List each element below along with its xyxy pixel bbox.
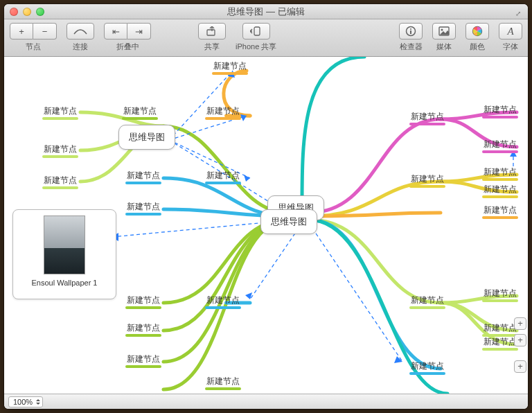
toolbar-label-iphone: iPhone 共享 [236,42,276,52]
add-child-button[interactable]: + [514,334,526,346]
remove-node-button[interactable]: − [33,23,57,39]
font-button[interactable]: A [499,23,522,39]
toolbar-label-node: 节点 [26,42,41,52]
mindmap-node[interactable]: 新建节点 [482,204,518,218]
image-thumbnail [44,216,85,274]
svg-rect-1 [254,27,260,35]
close-icon[interactable] [10,8,18,16]
mindmap-node[interactable]: 新建节点 [205,170,241,183]
status-bar: 100% [4,394,528,409]
color-button[interactable] [466,23,489,39]
toolbar-label-fold: 折叠中 [116,42,139,52]
toolbar-label-inspector: 检查器 [400,42,423,52]
add-node-button[interactable]: + [10,23,33,39]
connect-button[interactable] [66,23,94,39]
expand-button[interactable]: ⇥ [127,23,151,39]
mindmap-node[interactable]: 新建节点 [125,170,161,183]
add-child-button[interactable]: + [514,317,526,330]
fullscreen-icon[interactable]: ⤢ [513,6,524,17]
center-node-aux[interactable]: 思维导图 [118,125,175,150]
iphone-share-button[interactable] [242,23,270,39]
mindmap-node[interactable]: 新建节点 [125,295,161,308]
minimize-icon[interactable] [23,8,31,16]
mindmap-node[interactable]: 新建节点 [212,60,248,73]
mindmap-node[interactable]: 新建节点 [482,104,518,117]
mindmap-node[interactable]: 新建节点 [42,175,78,188]
inspector-button[interactable] [399,23,423,39]
mindmap-node[interactable]: 新建节点 [409,111,445,124]
toolbar-label-color: 颜色 [470,42,485,52]
mindmap-node[interactable]: 新建节点 [482,184,518,197]
zoom-icon[interactable] [36,8,44,16]
mindmap-canvas[interactable]: 思维导图 思维导图 思维导图 Ensoul Wallpaper 1 新建节点 新… [4,57,528,394]
media-button[interactable] [432,23,456,39]
app-window: 思维导图 — 已编辑 ⤢ + − 节点 连接 ⇤ ⇥ 折叠中 [4,4,528,409]
svg-point-6 [441,29,443,31]
mindmap-node[interactable]: 新建节点 [482,139,518,152]
toolbar-label-share: 共享 [204,42,220,52]
svg-rect-0 [207,30,215,35]
center-node-main[interactable]: 思维导图 [260,209,317,234]
mindmap-node[interactable]: 新建节点 [409,295,445,308]
add-child-button[interactable]: + [514,360,526,373]
mindmap-node[interactable]: 新建节点 [482,322,518,335]
mindmap-node[interactable]: 新建节点 [205,105,241,118]
collapse-button[interactable]: ⇤ [104,23,127,39]
mindmap-node[interactable]: 新建节点 [42,105,78,118]
share-button[interactable] [198,23,226,39]
image-node[interactable]: Ensoul Wallpaper 1 [12,209,116,299]
mindmap-node[interactable]: 新建节点 [125,322,161,335]
mindmap-node[interactable]: 新建节点 [482,166,518,179]
toolbar-label-font: 字体 [503,42,518,52]
zoom-selector[interactable]: 100% [8,396,43,407]
mindmap-node[interactable]: 新建节点 [482,336,518,349]
mindmap-node[interactable]: 新建节点 [125,201,161,214]
mindmap-node[interactable]: 新建节点 [409,360,445,374]
mindmap-node[interactable]: 新建节点 [125,353,161,367]
toolbar: + − 节点 连接 ⇤ ⇥ 折叠中 共享 [4,19,528,57]
mindmap-node[interactable]: 新建节点 [42,143,78,157]
window-title: 思维导图 — 已编辑 [227,6,304,17]
svg-marker-12 [245,292,252,299]
toolbar-label-connect: 连接 [73,42,88,52]
image-caption: Ensoul Wallpaper 1 [32,279,98,287]
svg-point-3 [410,28,411,30]
svg-marker-10 [244,175,250,182]
title-bar[interactable]: 思维导图 — 已编辑 ⤢ [4,4,528,19]
mindmap-node[interactable]: 新建节点 [482,288,518,301]
toolbar-label-media: 媒体 [436,42,452,52]
mindmap-node[interactable]: 新建节点 [205,295,241,308]
mindmap-node[interactable]: 新建节点 [409,173,445,186]
mindmap-node[interactable]: 新建节点 [205,376,241,389]
mindmap-node[interactable]: 新建节点 [122,105,158,118]
svg-rect-4 [410,30,411,34]
